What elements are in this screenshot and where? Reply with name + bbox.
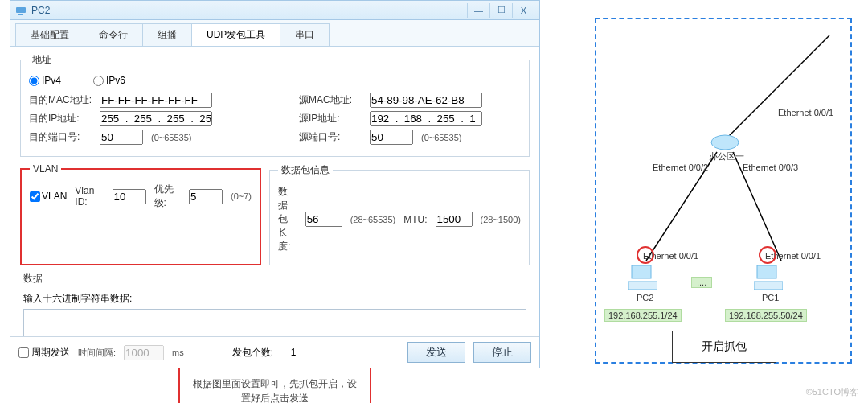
tab-basic[interactable]: 基础配置 — [15, 23, 84, 46]
interval-input — [124, 345, 164, 360]
svg-rect-8 — [757, 265, 776, 278]
tab-serial[interactable]: 串口 — [280, 23, 330, 46]
pkt-len-input[interactable] — [305, 212, 342, 227]
mtu-input[interactable] — [436, 212, 473, 227]
svg-line-2 — [725, 35, 829, 140]
titlebar: PC2 — ☐ X — [10, 1, 539, 20]
ipv4-radio[interactable]: IPv4 — [29, 75, 61, 86]
ipv4-radio-input[interactable] — [29, 76, 39, 86]
vlan-id-label: Vlan ID: — [75, 185, 104, 208]
address-group: 地址 IPv4 IPv6 目的MAC地址: 目的IP地址: 目的端口号: (0~… — [20, 53, 530, 157]
svg-rect-9 — [754, 282, 783, 290]
tab-cli[interactable]: 命令行 — [84, 23, 143, 46]
capture-note: 开启抓包 — [672, 331, 776, 363]
pkt-len-range: (28~65535) — [350, 215, 396, 224]
src-mac-label: 源MAC地址: — [299, 93, 362, 107]
capture-note-text: 开启抓包 — [702, 339, 747, 354]
dst-ip-label: 目的IP地址: — [29, 112, 92, 125]
svg-rect-1 — [18, 14, 23, 15]
capture-point-right — [759, 246, 776, 264]
vlan-legend: VLAN — [30, 163, 61, 175]
dst-port-input[interactable] — [100, 130, 143, 145]
eth-top-label: Ethernet 0/0/1 — [778, 108, 833, 117]
dots-label: .... — [691, 277, 712, 288]
close-icon: X — [521, 6, 526, 15]
count-label: 发包个数: — [232, 346, 273, 360]
ipv6-radio[interactable]: IPv6 — [93, 75, 125, 86]
tab-udp-tool[interactable]: UDP发包工具 — [191, 23, 280, 46]
periodic-label: 周期发送 — [31, 346, 70, 360]
vlan-group: VLAN VLAN Vlan ID: 优先级: (0~7) — [20, 163, 261, 265]
tab-multicast[interactable]: 组播 — [142, 23, 192, 46]
periodic-checkbox[interactable]: 周期发送 — [18, 346, 70, 360]
pktinfo-group: 数据包信息 数据包长度: (28~65535) MTU: (28~1500) — [269, 163, 530, 265]
pc1-icon — [754, 264, 783, 291]
ipv4-label: IPv4 — [42, 75, 61, 86]
pc1-label: PC1 — [762, 293, 779, 302]
eth003-label: Ethernet 0/0/3 — [743, 162, 798, 172]
ms-label: ms — [172, 347, 184, 357]
address-legend: 地址 — [29, 53, 55, 67]
mtu-label: MTU: — [403, 214, 427, 225]
pkt-len-label: 数据包长度: — [278, 185, 297, 253]
vlan-prio-label: 优先级: — [154, 183, 181, 210]
periodic-checkbox-input[interactable] — [18, 347, 29, 358]
dst-mac-input[interactable] — [100, 93, 212, 108]
app-window: PC2 — ☐ X 基础配置 命令行 组播 UDP发包工具 串口 地址 IPv4… — [10, 0, 540, 368]
vlan-checkbox[interactable]: VLAN — [30, 191, 67, 202]
maximize-button[interactable]: ☐ — [489, 3, 512, 18]
switch-label: 办公区一 — [709, 150, 744, 162]
maximize-icon: ☐ — [497, 5, 506, 15]
vlan-checkbox-input[interactable] — [30, 191, 40, 202]
svg-rect-0 — [16, 7, 26, 13]
vlan-id-input[interactable] — [113, 189, 146, 204]
close-button[interactable]: X — [512, 3, 534, 18]
vlan-prio-range: (0~7) — [231, 191, 252, 201]
src-mac-input[interactable] — [370, 93, 482, 108]
window-title: PC2 — [31, 5, 467, 16]
svg-point-5 — [711, 135, 739, 150]
src-ip-input[interactable] — [370, 111, 482, 126]
src-port-input[interactable] — [370, 130, 413, 145]
data-legend: 数据 — [20, 272, 46, 286]
dst-mac-label: 目的MAC地址: — [29, 93, 92, 107]
interval-label: 时间间隔: — [78, 347, 116, 359]
src-port-label: 源端口号: — [299, 130, 362, 144]
src-ip-label: 源IP地址: — [299, 112, 362, 125]
count-value: 1 — [281, 347, 305, 358]
pc1-ip: 192.168.255.50/24 — [725, 309, 807, 322]
dst-port-range: (0~65535) — [151, 133, 191, 142]
hex-label: 输入十六进制字符串数据: — [23, 293, 132, 304]
ipv6-label: IPv6 — [106, 75, 125, 86]
switch-icon — [710, 134, 739, 151]
stop-button[interactable]: 停止 — [473, 342, 531, 363]
minimize-button[interactable]: — — [467, 3, 489, 18]
content-area: 地址 IPv4 IPv6 目的MAC地址: 目的IP地址: 目的端口号: (0~… — [10, 47, 539, 370]
pc2-ip: 192.168.255.1/24 — [604, 309, 682, 322]
svg-rect-7 — [628, 282, 657, 290]
pktinfo-legend: 数据包信息 — [278, 163, 333, 177]
tab-bar: 基础配置 命令行 组播 UDP发包工具 串口 — [10, 20, 539, 47]
pc2-label: PC2 — [637, 293, 653, 302]
watermark: ©51CTO博客 — [806, 386, 858, 398]
vlan-checkbox-label: VLAN — [42, 191, 67, 202]
mtu-range: (28~1500) — [481, 215, 521, 224]
send-button[interactable]: 发送 — [407, 342, 465, 363]
instruction-note: 根据图里面设置即可，先抓包开启，设置好后点击发送 — [178, 367, 371, 403]
src-port-range: (0~65535) — [421, 133, 461, 142]
app-icon — [15, 5, 27, 16]
capture-point-left — [637, 246, 654, 264]
footer-bar: 周期发送 时间间隔: ms 发包个数: 1 发送 停止 — [10, 336, 539, 368]
dst-ip-input[interactable] — [100, 111, 212, 126]
dst-port-label: 目的端口号: — [29, 130, 92, 144]
vlan-prio-input[interactable] — [189, 189, 223, 204]
topology-diagram: 办公区一 Ethernet 0/0/1 Ethernet 0/0/2 Ether… — [595, 18, 852, 364]
pc2-icon — [628, 264, 657, 291]
eth002-label: Ethernet 0/0/2 — [653, 162, 708, 172]
ipv6-radio-input[interactable] — [93, 76, 104, 86]
minimize-icon: — — [474, 6, 483, 15]
svg-rect-6 — [632, 265, 651, 278]
